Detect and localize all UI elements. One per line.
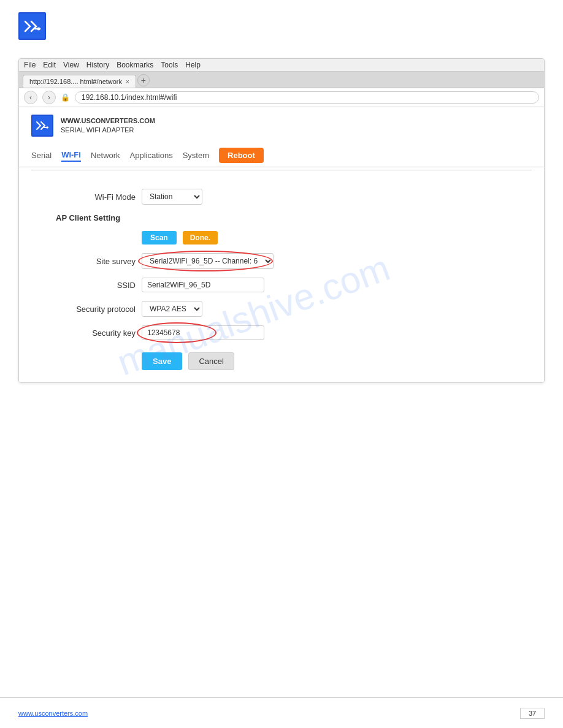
top-logo-icon [18,12,46,40]
menu-help[interactable]: Help [185,61,201,69]
site-logo-icon [31,115,53,137]
nav-wifi[interactable]: Wi-Fi [61,149,81,162]
page-footer: www.usconverters.com 37 [0,697,563,728]
url-lock-icon: 🔒 [61,93,70,102]
action-row: Save Cancel [56,352,532,370]
webpage-content: WWW.USCONVERTERS.COM SERIAL WIFI ADAPTER… [19,107,544,382]
site-title-top: WWW.USCONVERTERS.COM [61,116,155,126]
site-title-bottom: SERIAL WIFI ADAPTER [61,126,155,135]
ssid-label: SSID [56,281,136,290]
menu-tools[interactable]: Tools [161,61,178,69]
nav-applications[interactable]: Applications [130,150,173,161]
new-tab-button[interactable]: + [137,74,150,86]
site-survey-wrapper: Serial2WiFi_96_5D -- Channel: 6 [142,253,274,269]
back-button[interactable]: ‹ [24,91,37,104]
menu-edit[interactable]: Edit [43,61,56,69]
browser-menubar: File Edit View History Bookmarks Tools H… [19,59,544,72]
ssid-row: SSID [56,278,532,292]
scan-row: Scan Done. [56,231,532,245]
menu-history[interactable]: History [86,61,109,69]
security-protocol-label: Security protocol [56,305,136,314]
wifi-mode-row: Wi-Fi Mode Station AP AP+Station [56,189,532,205]
security-key-row: Security key [56,325,532,340]
menu-view[interactable]: View [63,61,79,69]
menu-bookmarks[interactable]: Bookmarks [117,61,153,69]
security-key-label: Security key [56,328,136,338]
tab-close-icon[interactable]: × [126,78,129,85]
ap-client-setting-title: AP Client Setting [56,213,532,222]
ssid-input[interactable] [142,278,264,292]
wifi-mode-select[interactable]: Station AP AP+Station [142,189,202,205]
security-protocol-select[interactable]: WPA2 AESWPA AESWEPNone [142,301,202,317]
svg-rect-2 [35,118,50,133]
page-top-logo [0,0,563,52]
cancel-button[interactable]: Cancel [188,352,234,370]
scan-button[interactable]: Scan [142,231,177,245]
security-key-input[interactable] [142,325,264,340]
svg-point-1 [37,27,40,30]
svg-rect-0 [23,17,42,36]
security-protocol-row: Security protocol WPA2 AESWPA AESWEPNone [56,301,532,317]
nav-system[interactable]: System [183,150,209,161]
browser-addressbar: ‹ › 🔒 192.168.10.1/index.html#/wifi [19,88,544,107]
wifi-settings-form: Wi-Fi Mode Station AP AP+Station AP Clie… [19,183,544,382]
site-nav: Serial Wi-Fi Network Applications System… [19,144,544,167]
nav-serial[interactable]: Serial [31,150,52,161]
address-bar[interactable]: 192.168.10.1/index.html#/wifi [75,91,539,104]
menu-file[interactable]: File [24,61,36,69]
done-button[interactable]: Done. [183,231,218,245]
site-survey-row: Site survey Serial2WiFi_96_5D -- Channel… [56,253,532,269]
site-survey-label: Site survey [56,257,136,266]
svg-point-3 [46,126,48,129]
wifi-mode-label: Wi-Fi Mode [56,192,136,202]
tab-label: http://192.168.... html#/network [29,78,122,85]
browser-tab-active[interactable]: http://192.168.... html#/network × [23,75,136,88]
save-button[interactable]: Save [142,352,182,370]
nav-network[interactable]: Network [91,150,120,161]
nav-divider [31,170,532,170]
footer-page-number: 37 [520,708,545,719]
forward-button[interactable]: › [42,91,56,104]
site-survey-select[interactable]: Serial2WiFi_96_5D -- Channel: 6 [142,253,274,269]
footer-link[interactable]: www.usconverters.com [18,710,88,717]
security-key-wrapper [142,325,264,340]
browser-tabbar: http://192.168.... html#/network × + [19,72,544,88]
reboot-button[interactable]: Reboot [219,148,264,163]
site-title-block: WWW.USCONVERTERS.COM SERIAL WIFI ADAPTER [61,116,155,135]
browser-window: File Edit View History Bookmarks Tools H… [18,58,545,383]
site-header: WWW.USCONVERTERS.COM SERIAL WIFI ADAPTER [19,107,544,144]
